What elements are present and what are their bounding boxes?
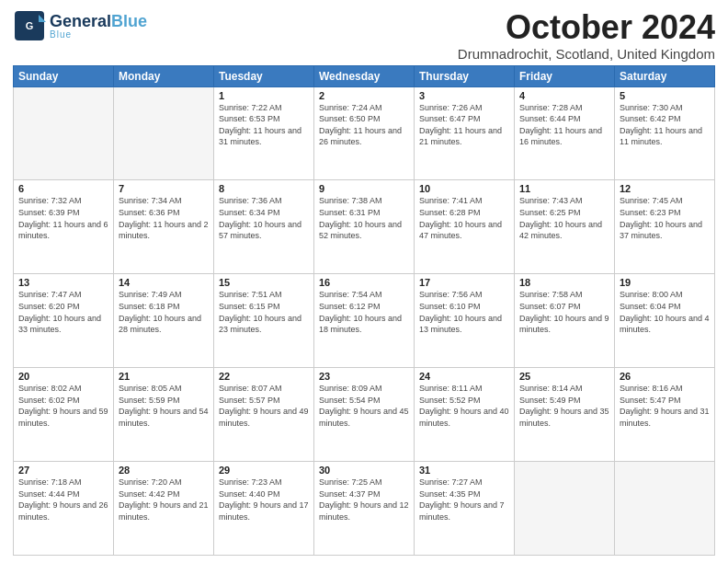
page: G GeneralBlue Blue October 2024 Drumnadr… [0, 0, 728, 563]
sunrise-text: Sunrise: 7:34 AM [119, 196, 182, 205]
sunset-text: Sunset: 6:28 PM [419, 208, 481, 217]
sunset-text: Sunset: 6:20 PM [18, 302, 80, 311]
sunrise-text: Sunrise: 8:11 AM [419, 384, 483, 393]
daylight-text: Daylight: 9 hours and 40 minutes. [419, 407, 509, 428]
day-number: 7 [119, 183, 209, 194]
day-sun-info: Sunrise: 8:14 AMSunset: 5:49 PMDaylight:… [519, 383, 609, 429]
sunset-text: Sunset: 6:02 PM [18, 396, 80, 405]
daylight-text: Daylight: 10 hours and 9 minutes. [519, 314, 609, 335]
daylight-text: Daylight: 9 hours and 54 minutes. [119, 407, 209, 428]
logo-blue: Blue [111, 12, 147, 30]
daylight-text: Daylight: 10 hours and 42 minutes. [519, 220, 602, 241]
header-saturday: Saturday [615, 65, 715, 86]
day-number: 19 [620, 277, 710, 288]
sunset-text: Sunset: 5:52 PM [419, 396, 481, 405]
calendar-day-cell: 11Sunrise: 7:43 AMSunset: 6:25 PMDayligh… [515, 180, 615, 274]
day-sun-info: Sunrise: 7:49 AMSunset: 6:18 PMDaylight:… [119, 289, 209, 335]
daylight-text: Daylight: 11 hours and 31 minutes. [219, 126, 301, 147]
calendar-day-cell: 2Sunrise: 7:24 AMSunset: 6:50 PMDaylight… [314, 86, 415, 180]
sunrise-text: Sunrise: 8:00 AM [620, 290, 683, 299]
calendar-day-cell: 1Sunrise: 7:22 AMSunset: 6:53 PMDaylight… [214, 86, 314, 180]
calendar-day-cell: 8Sunrise: 7:36 AMSunset: 6:34 PMDaylight… [214, 180, 314, 274]
sunrise-text: Sunrise: 8:14 AM [519, 384, 583, 393]
sunset-text: Sunset: 6:44 PM [519, 114, 581, 123]
sunrise-text: Sunrise: 7:54 AM [319, 290, 382, 299]
sunset-text: Sunset: 6:34 PM [219, 208, 280, 217]
calendar-day-cell: 5Sunrise: 7:30 AMSunset: 6:42 PMDaylight… [615, 86, 715, 180]
daylight-text: Daylight: 9 hours and 49 minutes. [219, 407, 309, 428]
sunset-text: Sunset: 4:37 PM [319, 489, 381, 499]
calendar-day-cell: 25Sunrise: 8:14 AMSunset: 5:49 PMDayligh… [515, 368, 615, 462]
location: Drumnadrochit, Scotland, United Kingdom [458, 46, 715, 62]
title-block: October 2024 Drumnadrochit, Scotland, Un… [458, 9, 715, 62]
sunrise-text: Sunrise: 7:56 AM [419, 290, 483, 299]
week-row-3: 13Sunrise: 7:47 AMSunset: 6:20 PMDayligh… [14, 274, 715, 368]
day-sun-info: Sunrise: 7:47 AMSunset: 6:20 PMDaylight:… [18, 289, 108, 335]
day-sun-info: Sunrise: 7:24 AMSunset: 6:50 PMDaylight:… [319, 102, 409, 148]
day-number: 31 [419, 465, 509, 476]
day-number: 15 [219, 277, 309, 288]
day-number: 4 [519, 90, 609, 101]
day-number: 8 [219, 183, 309, 194]
day-number: 13 [18, 277, 108, 288]
sunrise-text: Sunrise: 7:23 AM [219, 477, 282, 487]
day-number: 17 [419, 277, 509, 288]
sunset-text: Sunset: 4:44 PM [18, 489, 80, 499]
calendar-day-cell: 20Sunrise: 8:02 AMSunset: 6:02 PMDayligh… [14, 368, 114, 462]
sunset-text: Sunset: 6:50 PM [319, 114, 381, 123]
calendar-day-cell: 22Sunrise: 8:07 AMSunset: 5:57 PMDayligh… [214, 368, 314, 462]
day-sun-info: Sunrise: 7:27 AMSunset: 4:35 PMDaylight:… [419, 477, 509, 523]
sunset-text: Sunset: 6:39 PM [18, 208, 80, 217]
sunrise-text: Sunrise: 7:28 AM [519, 103, 583, 112]
day-number: 27 [18, 465, 108, 476]
daylight-text: Daylight: 10 hours and 52 minutes. [319, 220, 402, 241]
daylight-text: Daylight: 10 hours and 18 minutes. [319, 314, 402, 335]
daylight-text: Daylight: 11 hours and 11 minutes. [620, 126, 702, 147]
calendar-day-cell [515, 462, 615, 556]
sunset-text: Sunset: 6:18 PM [119, 302, 180, 311]
sunset-text: Sunset: 6:53 PM [219, 114, 280, 123]
week-row-1: 1Sunrise: 7:22 AMSunset: 6:53 PMDaylight… [14, 86, 715, 180]
month-title: October 2024 [458, 9, 715, 46]
sunset-text: Sunset: 6:10 PM [419, 302, 481, 311]
calendar-day-cell: 4Sunrise: 7:28 AMSunset: 6:44 PMDaylight… [515, 86, 615, 180]
calendar-day-cell [14, 86, 114, 180]
day-number: 20 [18, 371, 108, 382]
week-row-2: 6Sunrise: 7:32 AMSunset: 6:39 PMDaylight… [14, 180, 715, 274]
calendar-day-cell: 9Sunrise: 7:38 AMSunset: 6:31 PMDaylight… [314, 180, 415, 274]
sunset-text: Sunset: 5:57 PM [219, 396, 280, 405]
day-sun-info: Sunrise: 8:11 AMSunset: 5:52 PMDaylight:… [419, 383, 509, 429]
day-sun-info: Sunrise: 7:20 AMSunset: 4:42 PMDaylight:… [119, 477, 209, 523]
day-sun-info: Sunrise: 7:25 AMSunset: 4:37 PMDaylight:… [319, 477, 409, 523]
sunrise-text: Sunrise: 7:43 AM [519, 196, 583, 205]
sunrise-text: Sunrise: 7:49 AM [119, 290, 182, 299]
sunrise-text: Sunrise: 7:30 AM [620, 103, 683, 112]
header: G GeneralBlue Blue October 2024 Drumnadr… [13, 9, 715, 62]
sunset-text: Sunset: 6:04 PM [620, 302, 681, 311]
daylight-text: Daylight: 9 hours and 45 minutes. [319, 407, 409, 428]
day-number: 5 [620, 90, 710, 101]
day-number: 18 [519, 277, 609, 288]
sunrise-text: Sunrise: 7:47 AM [18, 290, 82, 299]
daylight-text: Daylight: 11 hours and 21 minutes. [419, 126, 502, 147]
sunrise-text: Sunrise: 7:18 AM [18, 477, 82, 487]
daylight-text: Daylight: 11 hours and 26 minutes. [319, 126, 402, 147]
calendar-day-cell: 30Sunrise: 7:25 AMSunset: 4:37 PMDayligh… [314, 462, 415, 556]
sunrise-text: Sunrise: 8:16 AM [620, 384, 683, 393]
daylight-text: Daylight: 10 hours and 37 minutes. [620, 220, 702, 241]
calendar-day-cell: 15Sunrise: 7:51 AMSunset: 6:15 PMDayligh… [214, 274, 314, 368]
sunrise-text: Sunrise: 8:07 AM [219, 384, 282, 393]
calendar-day-cell: 21Sunrise: 8:05 AMSunset: 5:59 PMDayligh… [114, 368, 214, 462]
sunrise-text: Sunrise: 7:36 AM [219, 196, 282, 205]
day-sun-info: Sunrise: 7:36 AMSunset: 6:34 PMDaylight:… [219, 195, 309, 241]
sunset-text: Sunset: 6:12 PM [319, 302, 381, 311]
svg-text:G: G [26, 20, 34, 31]
sunset-text: Sunset: 6:07 PM [519, 302, 581, 311]
sunset-text: Sunset: 6:42 PM [620, 114, 681, 123]
day-sun-info: Sunrise: 7:43 AMSunset: 6:25 PMDaylight:… [519, 195, 609, 241]
sunset-text: Sunset: 6:36 PM [119, 208, 180, 217]
daylight-text: Daylight: 9 hours and 31 minutes. [620, 407, 710, 428]
daylight-text: Daylight: 10 hours and 28 minutes. [119, 314, 201, 335]
day-number: 3 [419, 90, 509, 101]
day-sun-info: Sunrise: 8:09 AMSunset: 5:54 PMDaylight:… [319, 383, 409, 429]
